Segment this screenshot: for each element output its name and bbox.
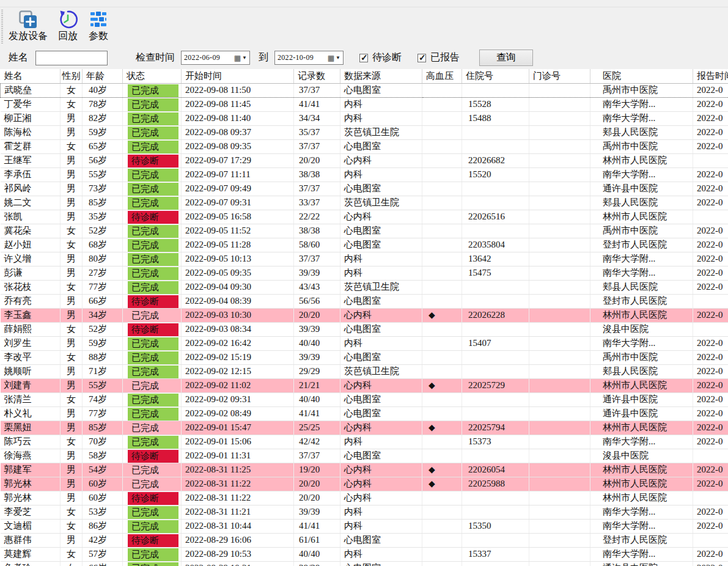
hospital-name: 郏县人民医院: [590, 196, 693, 210]
table-row[interactable]: 栗黑妞男85岁已完成2022-09-01 15:4725/25心内科◆22025…: [1, 421, 728, 435]
patient-age: 60岁: [83, 491, 123, 505]
column-header-6[interactable]: 记录数: [294, 69, 340, 83]
status-badge: 已完成: [128, 562, 178, 566]
table-row[interactable]: 张凯男35岁待诊断2022-09-05 16:5822/22心内科2202651…: [1, 210, 728, 224]
patient-age: 78岁: [83, 97, 123, 111]
table-row[interactable]: 莫建辉女57岁已完成2022-08-29 10:5340/40内科15337南华…: [1, 547, 728, 561]
table-row[interactable]: 丁爱华女78岁已完成2022-09-08 11:4541/41内科15528南华…: [1, 97, 728, 111]
column-header-3[interactable]: 年龄: [83, 69, 123, 83]
patient-gender: 男: [61, 196, 83, 210]
outpatient-number: [529, 238, 590, 252]
table-row[interactable]: 朴义礼男77岁已完成2022-09-02 08:4941/41心电图室通许县中医…: [1, 406, 728, 421]
patient-age: 68岁: [83, 238, 123, 252]
dispatch-device-button[interactable]: 发放设备: [6, 7, 50, 42]
data-source: 心内科: [340, 421, 422, 435]
patient-gender: 男: [61, 266, 83, 280]
table-row[interactable]: 李玉鑫男34岁已完成2022-09-03 10:3020/20心内科◆22026…: [1, 308, 728, 322]
table-row[interactable]: 乔有亮男66岁待诊断2022-09-04 08:3956/56心电图室登封市人民…: [1, 294, 728, 308]
column-header-4[interactable]: 状态: [123, 69, 182, 83]
patient-name: 文迪楣: [1, 519, 61, 533]
table-row[interactable]: 陈巧云女70岁已完成2022-09-01 15:0642/42内科15373南华…: [1, 435, 728, 449]
date-from-input[interactable]: 2022-06-09 ▦ ▼: [181, 51, 250, 65]
table-row[interactable]: 武晓垒女40岁已完成2022-09-08 11:5037/37心电图室禹州市中医…: [1, 83, 728, 97]
table-row[interactable]: 郭建军男54岁已完成2022-08-31 11:2519/20心内科◆22026…: [1, 463, 728, 477]
toolbar-grip-handle[interactable]: [1, 10, 3, 44]
column-header-10[interactable]: 门诊号: [529, 69, 590, 83]
column-header-1[interactable]: 姓名: [1, 69, 61, 83]
outpatient-number: [529, 139, 590, 153]
table-row[interactable]: 赵小妞女68岁已完成2022-09-05 11:2858/60心电图室22035…: [1, 238, 728, 252]
table-row[interactable]: 祁风岭男73岁已完成2022-09-07 09:4937/37心电图室通许县中医…: [1, 182, 728, 196]
table-row[interactable]: 张清兰女74岁已完成2022-09-02 09:3140/40心电图室通许县中医…: [1, 392, 728, 406]
table-row[interactable]: 郭光林男60岁已完成2022-08-31 11:2220/20心内科◆22025…: [1, 477, 728, 491]
record-count: 41/41: [294, 406, 340, 421]
status-badge: 已完成: [128, 408, 178, 421]
patient-gender: 男: [61, 153, 83, 167]
start-time: 2022-09-03 08:34: [182, 322, 294, 336]
report-time: [693, 449, 728, 463]
chevron-down-icon[interactable]: ▼: [241, 55, 249, 61]
pending-diagnosis-checkbox[interactable]: 待诊断: [359, 51, 402, 64]
hospital-name: 通许县中医院: [590, 406, 693, 421]
table-row[interactable]: 冀花朵女52岁已完成2022-09-05 11:5238/38心电图室禹州市中医…: [1, 224, 728, 238]
table-row[interactable]: 柳正湘男82岁已完成2022-09-08 11:4034/34内科15488南华…: [1, 111, 728, 125]
patient-status: 已完成: [123, 266, 182, 280]
patient-name: 武晓垒: [1, 83, 61, 97]
table-row[interactable]: 刘建青男55岁已完成2022-09-02 11:0221/21心内科◆22025…: [1, 378, 728, 392]
inpatient-number: [462, 224, 529, 238]
date-to-input[interactable]: 2022-10-09 ▦ ▼: [274, 51, 344, 65]
outpatient-number: [529, 224, 590, 238]
table-row[interactable]: 文迪楣女86岁已完成2022-08-31 10:4441/41内科15350南华…: [1, 519, 728, 533]
playback-button[interactable]: 回放: [55, 7, 81, 42]
status-badge: 已完成: [128, 436, 178, 449]
column-header-12[interactable]: 报告时间: [693, 69, 728, 83]
patient-name: 薛娟熙: [1, 322, 61, 336]
table-row[interactable]: 姚顺听男71岁已完成2022-09-02 12:1529/29茨芭镇卫生院郏县人…: [1, 364, 728, 378]
table-row[interactable]: 惠群伟男42岁待诊断2022-08-29 16:0661/61心电图室登封市人民…: [1, 533, 728, 547]
inpatient-number: 22025988: [462, 477, 529, 491]
table-row[interactable]: 霍芝群女65岁已完成2022-09-08 09:3537/37心电图室禹州市中医…: [1, 139, 728, 153]
start-time: 2022-08-31 11:25: [182, 463, 294, 477]
table-row[interactable]: 王继军男56岁待诊断2022-09-07 17:2920/20心内科220266…: [1, 153, 728, 167]
parameters-button[interactable]: 参数: [86, 7, 111, 42]
patient-gender: 女: [61, 238, 83, 252]
patient-age: 85岁: [83, 421, 123, 435]
column-header-5[interactable]: 开始时间: [182, 69, 294, 83]
hospital-name: 林州市人民医院: [590, 210, 693, 224]
data-source: 内科: [340, 252, 422, 266]
hospital-name: 禹州市中医院: [590, 139, 693, 153]
table-row[interactable]: 李改平女88岁已完成2022-09-02 15:1939/39心电图室禹州市中医…: [1, 350, 728, 364]
query-button[interactable]: 查询: [479, 50, 533, 66]
column-header-7[interactable]: 数据来源: [340, 69, 422, 83]
chevron-down-icon[interactable]: ▼: [334, 55, 343, 61]
table-row[interactable]: 姚二文男85岁已完成2022-09-07 09:3133/37茨芭镇卫生院郏县人…: [1, 196, 728, 210]
table-row[interactable]: 李爱芝女53岁已完成2022-08-31 11:2139/39内科南华大学附..…: [1, 505, 728, 519]
reported-checkbox[interactable]: 已报告: [417, 51, 460, 64]
hospital-name: 南华大学附...: [590, 435, 693, 449]
column-header-2[interactable]: 性别: [61, 69, 83, 83]
outpatient-number: [529, 294, 590, 308]
table-row[interactable]: 徐海燕男58岁待诊断2022-09-01 11:3137/37心电图室浚县中医院: [1, 449, 728, 463]
data-source: 心内科: [340, 378, 422, 392]
table-row[interactable]: 张花枝女77岁已完成2022-09-04 09:3043/43茨芭镇卫生院郏县人…: [1, 280, 728, 294]
hypertension-flag: [422, 111, 462, 125]
record-count: 20/20: [294, 308, 340, 322]
hospital-name: 登封市人民医院: [590, 533, 693, 547]
patient-name: 莫建辉: [1, 547, 61, 561]
table-row[interactable]: 陈海松男59岁已完成2022-09-08 09:3735/37茨芭镇卫生院郏县人…: [1, 125, 728, 139]
table-row[interactable]: 郭光林男60岁待诊断2022-08-31 11:2220/20心内科林州市人民医…: [1, 491, 728, 505]
table-row[interactable]: 彭谦男27岁已完成2022-09-05 09:3539/39内科15475南华大…: [1, 266, 728, 280]
column-header-11[interactable]: 医院: [590, 69, 693, 83]
column-header-8[interactable]: 高血压: [422, 69, 462, 83]
name-input[interactable]: [35, 51, 108, 65]
report-time: 2022-0: [693, 561, 728, 566]
table-row[interactable]: 刘罗生男59岁已完成2022-09-02 16:4240/40内科15407南华…: [1, 336, 728, 350]
patient-status: 待诊断: [123, 153, 182, 167]
report-time: 2022-0: [693, 505, 728, 519]
table-row[interactable]: 鱼孝玲女66岁已完成2022-08-29 10:2138/38心电图室通许县中医…: [1, 561, 728, 566]
table-row[interactable]: 许义增男80岁已完成2022-09-05 10:1337/37内科13642南华…: [1, 252, 728, 266]
status-badge: 已完成: [128, 183, 178, 196]
column-header-9[interactable]: 住院号: [462, 69, 529, 83]
table-row[interactable]: 薛娟熙女52岁待诊断2022-09-03 08:3439/39心电图室浚县中医院: [1, 322, 728, 336]
table-row[interactable]: 李承伍男55岁已完成2022-09-07 11:1138/38内科15520南华…: [1, 167, 728, 182]
